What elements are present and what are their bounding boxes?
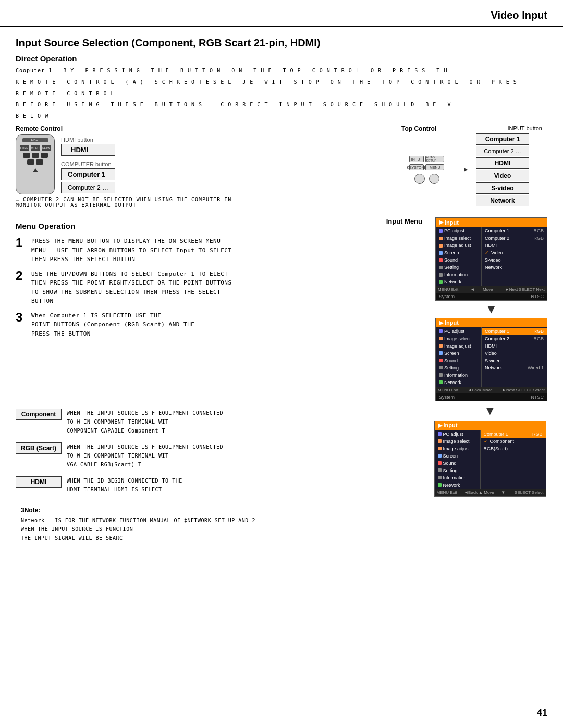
input-menu-screenshot-1: ▶Input PC adjust Image select Image adju… (435, 217, 547, 301)
hdmi-button-label: HDMI button (61, 137, 115, 143)
computer1-callout-box: Computer 1 (61, 168, 115, 180)
computer2-callout-box: Computer 2 … (61, 182, 115, 193)
flow-box-hdmi: HDMI (476, 157, 529, 169)
note-label: 3Note: (21, 507, 547, 514)
flow-box-svideo: S-video (476, 182, 529, 194)
menu1-footer: MENU Exit ◄----- Move ►Next SELECT Next (436, 286, 547, 293)
menu2-right-video: Video (482, 350, 547, 357)
flow-box-video: Video (476, 170, 529, 181)
flow-box-network: Network (476, 195, 529, 206)
computer2-note: … COMPUTER 2 CAN NOT BE SELECTED WHEN US… (16, 196, 381, 208)
menu1-image-adjust: Image adjust (436, 242, 481, 249)
step-3-number: 3 (16, 311, 26, 339)
menu1-system: System NTSC (436, 293, 547, 300)
direct-operation-title: Direct Operation (16, 54, 547, 63)
step-2-number: 2 (16, 269, 26, 306)
divider-1 (16, 213, 547, 213)
menu2-right-svideo: S-video (482, 357, 547, 364)
annotation-hdmi-label: HDMI (16, 476, 62, 488)
menu-operation-title: Menu Operation (16, 221, 75, 230)
body-text-5: B E L O W (16, 112, 547, 121)
step-1-text: PRESS THE MENU BUTTON TO DISPLAY THE ON … (31, 237, 232, 264)
section-title: Input Source Selection (Component, RGB S… (16, 37, 547, 49)
menu1-sound: Sound (436, 256, 481, 264)
step-1: 1 PRESS THE MENU BUTTON TO DISPLAY THE O… (16, 237, 427, 264)
menu1-right-network: Network (482, 264, 547, 271)
menu2-header: Input (445, 319, 459, 326)
menu1-pc-adjust: PC adjust (436, 227, 481, 235)
menu1-right-computer1: Computer 1RGB (482, 227, 547, 235)
menu3-right-computer1: Computer 1RGB (481, 430, 546, 438)
note-text-2: WHEN THE INPUT SOURCE IS FUNCTION (21, 525, 547, 534)
menu1-setting: Setting (436, 264, 481, 271)
note-text-3: THE INPUT SIGNAL WILL BE SEARC (21, 534, 547, 542)
down-arrow-2: ▼ (434, 403, 546, 418)
flow-box-computer1: Computer 1 (476, 133, 529, 145)
menu1-screen: Screen (436, 249, 481, 256)
menu3-right-component: ✓Component (481, 438, 546, 445)
body-text-4: B E F O R E U S I N G T H E S E B U T T … (16, 100, 547, 109)
menu2-right-network: NetworkWired 1 (482, 364, 547, 372)
body-text-2: R E M O T E C O N T R O L ( A ) S C H R … (16, 78, 547, 87)
annotation-component: Component WHEN THE INPUT SOURCE IS F EQU… (16, 409, 424, 435)
top-control-label: Top Control (401, 125, 436, 132)
menu2-right-computer2: Computer 2RGB (482, 335, 547, 342)
menu1-information: Information (436, 271, 481, 278)
input-menu-label: Input Menu (386, 217, 422, 225)
annotation-component-text: WHEN THE INPUT SOURCE IS F EQUIPMENT CON… (67, 409, 223, 435)
annotation-rgb-text: WHEN THE INPUT SOURCE IS F EQUIPMENT CON… (67, 442, 223, 469)
annotation-hdmi-text: WHEN THE ID BEGIN CONNECTED TO THEHDMI T… (67, 476, 182, 494)
annotation-component-label: Component (16, 409, 62, 420)
annotation-rgb-label: RGB (Scart) (16, 442, 62, 454)
page-number: 41 (537, 708, 547, 719)
body-text-1: Cooputer 1 B Y P R E S S I N G T H E B U… (16, 66, 547, 76)
down-arrow-1: ▼ (435, 302, 547, 317)
flow-box-computer2: Computer 2 … (476, 146, 529, 156)
menu3-right-rgbscart: RGB(Scart) (481, 445, 546, 452)
menu3-footer: MENU Exit ◄Back ▲ Move ▼ ----- SELECT Se… (435, 489, 546, 496)
menu2-system: System NTSC (436, 393, 547, 401)
hdmi-callout-box: HDMI (61, 144, 115, 156)
header-title: Video Input (491, 9, 547, 21)
main-content: Input Source Selection (Component, RGB S… (0, 27, 563, 569)
menu1-right-computer2: Computer 2RGB (482, 235, 547, 242)
note-section: 3Note: Network IS FOR THE NETWORK FUNCTI… (16, 507, 547, 542)
remote-control-label: Remote Control (16, 125, 381, 132)
page-header: Video Input (0, 0, 563, 27)
menu2-footer: MENU Exit ◄Back Move ►Next SELECT Select (436, 387, 547, 393)
body-text-3: R E M O T E C O N T R O L (16, 89, 547, 98)
menu1-right-video: ✓Video (482, 249, 547, 256)
annotation-hdmi: HDMI WHEN THE ID BEGIN CONNECTED TO THEH… (16, 476, 424, 494)
menu1-right-hdmi: HDMI (482, 242, 547, 249)
input-menu-screenshot-3: ▶Input PC adjust Image select Image adju… (434, 421, 546, 497)
menu1-network: Network (436, 278, 481, 286)
computer-button-label: COMPUTER button (61, 161, 115, 167)
menu1-image-select: Image select (436, 235, 481, 242)
step-2: 2 USE THE UP/DOWN BUTTONS TO SELECT Comp… (16, 269, 427, 306)
note-text-1: Network IS FOR THE NETWORK FUNCTION MANU… (21, 516, 547, 525)
menu2-right-hdmi: HDMI (482, 342, 547, 350)
input-button-label: INPUT button (508, 125, 542, 132)
step-3-text: When Computer 1 IS SELECTED USE THE POIN… (31, 311, 194, 339)
input-menu-screenshot-2: ▶Input PC adjust Image select Image adju… (435, 318, 547, 401)
menu1-right-svideo: S-video (482, 256, 547, 264)
menu3-header: Input (444, 422, 458, 428)
step-1-number: 1 (16, 237, 26, 264)
step-3: 3 When Computer 1 IS SELECTED USE THE PO… (16, 311, 427, 339)
remote-control-diagram: HDMI COMP VIDEO NETW (16, 134, 55, 194)
annotation-rgb-scart: RGB (Scart) WHEN THE INPUT SOURCE IS F E… (16, 442, 424, 469)
step-2-text: USE THE UP/DOWN BUTTONS TO SELECT Comput… (31, 269, 232, 306)
menu2-right-computer1-active: Computer 1RGB (482, 328, 547, 335)
menu1-header: Input (445, 219, 459, 226)
